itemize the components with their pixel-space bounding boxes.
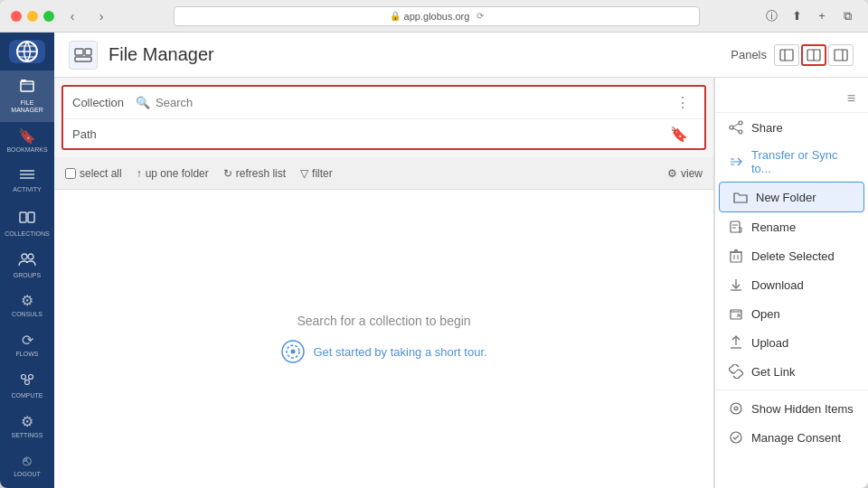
minimize-button[interactable]: [27, 11, 38, 22]
sidebar-item-flows[interactable]: ⟳ FLOWS: [0, 326, 54, 365]
up-folder-button[interactable]: ↑ up one folder: [137, 167, 209, 180]
sidebar-item-groups[interactable]: GROUPS: [0, 245, 54, 286]
sidebar-item-collections[interactable]: COLLECTIONS: [0, 202, 54, 245]
svg-point-49: [736, 408, 737, 409]
transfer-menu-item[interactable]: Transfer or Sync to...: [715, 142, 868, 182]
sidebar-item-activity[interactable]: ACTIVITY: [0, 161, 54, 201]
show-hidden-menu-item[interactable]: Show Hidden Items: [715, 394, 868, 423]
sidebar-item-activity-label: ACTIVITY: [13, 186, 42, 193]
open-menu-label: Open: [751, 307, 780, 321]
svg-rect-4: [21, 81, 33, 91]
panels-section: Panels: [731, 44, 854, 66]
svg-rect-35: [731, 221, 740, 232]
view-button[interactable]: ⚙ view: [667, 167, 703, 180]
close-button[interactable]: [11, 11, 22, 22]
left-panel: Collection 🔍 ⋮ Path 🔖: [54, 78, 714, 488]
address-bar[interactable]: 🔒 app.globus.org ⟳: [174, 6, 700, 26]
upload-menu-item[interactable]: Upload: [715, 328, 868, 357]
refresh-button[interactable]: ↻ refresh list: [223, 167, 286, 180]
svg-line-16: [24, 380, 27, 380]
svg-rect-19: [75, 57, 91, 61]
svg-rect-10: [28, 212, 34, 222]
left-panel-button[interactable]: [774, 44, 799, 66]
delete-menu-icon: [728, 248, 744, 264]
svg-point-11: [22, 254, 27, 259]
split-panel-button[interactable]: [801, 44, 826, 66]
main-content: File Manager Panels: [54, 33, 868, 488]
select-all-checkbox[interactable]: [65, 168, 76, 179]
delete-menu-item[interactable]: Delete Selected: [715, 241, 868, 270]
svg-line-46: [734, 370, 738, 373]
get-link-menu-label: Get Link: [751, 365, 795, 379]
filter-label: filter: [312, 167, 333, 180]
empty-state-title: Search for a collection to begin: [297, 314, 470, 328]
get-link-menu-icon: [728, 363, 744, 380]
download-menu-icon: [728, 277, 744, 293]
back-button[interactable]: ‹: [61, 5, 83, 27]
svg-point-50: [731, 432, 741, 443]
panel-toggle-icon[interactable]: ≡: [847, 90, 855, 107]
add-tab-icon[interactable]: +: [812, 6, 832, 26]
collection-label: Collection: [72, 96, 136, 109]
tour-icon: [280, 339, 306, 364]
sidebar-item-bookmarks[interactable]: 🔖 BOOKMARKS: [0, 122, 54, 161]
menu-divider: [715, 389, 868, 390]
new-folder-menu-label: New Folder: [756, 191, 816, 204]
sidebar-item-groups-label: GROUPS: [14, 272, 41, 279]
window-icon[interactable]: ⧉: [837, 6, 857, 26]
collection-row: Collection 🔍 ⋮: [63, 87, 704, 119]
filter-button[interactable]: ▽ filter: [300, 167, 333, 180]
download-menu-item[interactable]: Download: [715, 270, 868, 299]
tour-text: Get started by taking a short tour.: [313, 345, 486, 359]
svg-point-31: [739, 130, 742, 134]
tour-link[interactable]: Get started by taking a short tour.: [280, 339, 486, 364]
sidebar-item-settings[interactable]: ⚙ SETTINGS: [0, 408, 54, 446]
svg-line-33: [733, 124, 739, 127]
manage-consent-menu-item[interactable]: Manage Consent: [715, 423, 868, 452]
path-label: Path: [72, 127, 136, 141]
more-options-button[interactable]: ⋮: [670, 92, 695, 113]
sidebar-item-compute[interactable]: COMPUTE: [0, 365, 54, 407]
rename-menu-item[interactable]: Rename: [715, 212, 868, 241]
sidebar-item-logout[interactable]: ⎋ LOGOUT: [0, 446, 54, 485]
new-folder-menu-icon: [732, 189, 749, 205]
share-menu-label: Share: [751, 121, 783, 135]
manage-consent-menu-label: Manage Consent: [751, 431, 841, 445]
bookmark-dropdown[interactable]: 🔖: [663, 126, 695, 143]
sidebar-item-compute-label: COMPUTE: [12, 392, 43, 399]
toolbar-icons: ⓘ ⬆ + ⧉: [761, 6, 857, 26]
collection-search-input[interactable]: [156, 96, 670, 109]
forward-button[interactable]: ›: [90, 5, 112, 27]
open-menu-icon: [728, 305, 744, 322]
transfer-menu-label: Transfer or Sync to...: [751, 148, 855, 175]
select-all-button[interactable]: select all: [65, 167, 122, 180]
get-link-menu-item[interactable]: Get Link: [715, 357, 868, 386]
share-icon[interactable]: ⬆: [787, 6, 807, 26]
open-menu-item[interactable]: Open: [715, 299, 868, 328]
info-icon[interactable]: ⓘ: [761, 6, 781, 26]
sidebar-item-logout-label: LOGOUT: [14, 471, 41, 478]
up-folder-icon: ↑: [137, 167, 142, 180]
new-folder-menu-item[interactable]: New Folder: [719, 182, 864, 212]
app-logo[interactable]: [9, 40, 45, 63]
app-logo-header: [69, 41, 98, 70]
sidebar-item-consuls[interactable]: ⚙ CONSULS: [0, 286, 54, 325]
sidebar-item-bookmarks-label: BOOKMARKS: [6, 146, 47, 154]
right-context-panel: ≡ Share: [714, 78, 868, 488]
right-panel-button[interactable]: [828, 44, 854, 66]
path-input[interactable]: [136, 127, 663, 141]
sidebar-item-consuls-label: CONSULS: [12, 311, 42, 318]
share-menu-item[interactable]: Share: [715, 113, 868, 142]
file-manager-area: Collection 🔍 ⋮ Path 🔖: [54, 78, 868, 488]
sidebar-item-file-manager-label: FILE MANAGER: [4, 99, 51, 115]
upload-menu-icon: [728, 334, 744, 351]
compute-icon: [19, 372, 35, 389]
app-header: File Manager Panels: [54, 33, 868, 78]
select-all-label: select all: [80, 167, 122, 180]
maximize-button[interactable]: [43, 11, 54, 22]
svg-line-34: [733, 128, 739, 131]
sidebar-item-file-manager[interactable]: FILE MANAGER: [0, 70, 54, 122]
panel-buttons: [774, 44, 854, 66]
manage-consent-menu-icon: [728, 429, 744, 446]
sidebar-item-collections-label: COLLECTIONS: [5, 230, 49, 238]
